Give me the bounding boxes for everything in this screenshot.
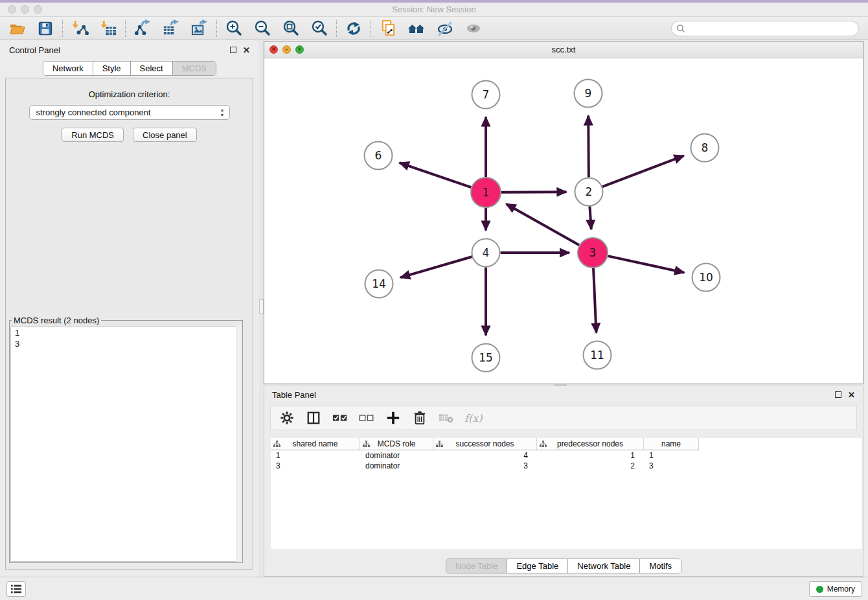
- graph-edge-3-11[interactable]: [593, 268, 596, 333]
- column-header-name[interactable]: name: [644, 438, 699, 450]
- run-mcds-button[interactable]: Run MCDS: [62, 128, 124, 142]
- hide-selected-icon[interactable]: [436, 19, 454, 38]
- application-window: Session: New Session: [0, 0, 868, 600]
- cell-predecessor-nodes[interactable]: 2: [537, 461, 644, 471]
- control-panel-title: Control Panel: [9, 45, 60, 55]
- select-all-columns-icon[interactable]: [332, 410, 348, 426]
- graph-node-label: 15: [479, 351, 493, 364]
- graph-edge-2-8[interactable]: [602, 156, 684, 187]
- result-scrollbar[interactable]: [236, 325, 242, 562]
- table-row[interactable]: 1dominator411: [271, 450, 699, 461]
- graph-edge-3-10[interactable]: [608, 256, 684, 273]
- first-neighbors-icon[interactable]: [407, 19, 426, 38]
- table-header-row: shared nameMCDS rolesuccessor nodesprede…: [271, 438, 699, 450]
- delete-column-icon[interactable]: [411, 410, 428, 426]
- split-table-icon[interactable]: [305, 410, 322, 426]
- tab-select[interactable]: Select: [130, 62, 172, 75]
- export-image-icon[interactable]: [190, 19, 209, 38]
- settings-icon[interactable]: [279, 410, 295, 426]
- main-toolbar: [0, 17, 868, 40]
- save-session-icon[interactable]: [36, 19, 54, 38]
- cell-shared-name[interactable]: 3: [271, 461, 360, 471]
- open-session-icon[interactable]: [8, 19, 26, 38]
- graph-edge-1-2[interactable]: [501, 192, 567, 192]
- show-all-icon[interactable]: [464, 19, 483, 38]
- cell-predecessor-nodes[interactable]: 1: [537, 450, 644, 461]
- tab-style[interactable]: Style: [93, 62, 130, 75]
- control-panel: Control Panel ✕ NetworkStyleSelectMCDS O…: [0, 40, 259, 577]
- memory-button[interactable]: Memory: [809, 581, 862, 597]
- graph-node-label: 10: [699, 271, 713, 284]
- network-view-title: scc.txt: [264, 45, 863, 54]
- table-row[interactable]: 3dominator323: [271, 461, 699, 471]
- graph-edge-2-9[interactable]: [588, 115, 589, 177]
- table-body: 1dominator4113dominator323: [271, 450, 862, 471]
- tab-edge-table[interactable]: Edge Table: [507, 559, 567, 573]
- result-item[interactable]: 1: [11, 327, 241, 338]
- network-graph: 7968124314101511: [264, 58, 863, 384]
- column-header-successor-nodes[interactable]: successor nodes: [433, 438, 537, 450]
- criterion-select[interactable]: strongly connected component ▲▼: [29, 105, 230, 120]
- zoom-fit-icon[interactable]: [282, 19, 300, 38]
- tab-motifs[interactable]: Motifs: [639, 559, 681, 573]
- export-network-icon[interactable]: [133, 19, 152, 38]
- cell-shared-name[interactable]: 1: [271, 450, 360, 461]
- graph-edge-4-14[interactable]: [400, 257, 472, 277]
- graph-node-label: 7: [483, 88, 490, 101]
- export-table-icon[interactable]: [162, 19, 180, 38]
- graph-edge-3-1[interactable]: [506, 204, 579, 246]
- tab-mcds[interactable]: MCDS: [172, 62, 216, 75]
- column-header-shared-name[interactable]: shared name: [271, 438, 360, 450]
- optimization-criterion-label: Optimization criterion:: [6, 89, 253, 99]
- memory-status-icon: [816, 586, 823, 593]
- cell-mcds-role[interactable]: dominator: [360, 450, 433, 461]
- control-panel-tabs: NetworkStyleSelectMCDS: [43, 61, 216, 76]
- zoom-in-icon[interactable]: [225, 19, 243, 38]
- graph-node-label: 6: [375, 149, 382, 162]
- splitter-grip[interactable]: [259, 299, 264, 314]
- cell-successor-nodes[interactable]: 3: [433, 461, 537, 471]
- search-input[interactable]: [671, 21, 859, 36]
- mcds-result-group: MCDS result (2 nodes) 13: [9, 316, 243, 563]
- column-label: shared name: [292, 439, 337, 448]
- graph-node-label: 2: [586, 185, 593, 198]
- cell-name[interactable]: 1: [644, 450, 699, 461]
- vertical-splitter[interactable]: [259, 40, 264, 577]
- column-header-predecessor-nodes[interactable]: predecessor nodes: [537, 438, 644, 450]
- tab-network[interactable]: Network: [43, 62, 93, 75]
- criterion-value: strongly connected component: [36, 108, 151, 117]
- close-panel-button[interactable]: Close panel: [133, 128, 197, 142]
- column-label: predecessor nodes: [557, 439, 623, 448]
- search-icon: [676, 24, 685, 33]
- cell-name[interactable]: 3: [644, 461, 699, 471]
- function-builder-icon: f(x): [464, 412, 482, 424]
- zoom-selected-icon[interactable]: [310, 19, 328, 38]
- graph-node-label: 8: [702, 141, 709, 154]
- zoom-out-icon[interactable]: [253, 19, 271, 38]
- cell-mcds-role[interactable]: dominator: [360, 461, 433, 471]
- cell-successor-nodes[interactable]: 4: [433, 450, 537, 461]
- column-header-mcds-role[interactable]: MCDS role: [360, 438, 433, 450]
- close-panel-icon[interactable]: ✕: [243, 46, 250, 54]
- node-table: shared nameMCDS rolesuccessor nodesprede…: [271, 438, 862, 549]
- table-panel-title: Table Panel: [272, 390, 316, 400]
- status-bar: Memory: [0, 577, 868, 600]
- tab-network-table[interactable]: Network Table: [567, 559, 639, 573]
- graph-edge-1-6[interactable]: [400, 163, 472, 187]
- float-panel-icon[interactable]: [835, 391, 841, 398]
- tab-node-table[interactable]: Node Table: [446, 559, 507, 573]
- unselect-all-columns-icon[interactable]: [358, 410, 375, 426]
- result-item[interactable]: 3: [11, 338, 241, 349]
- attribute-type-icon: [363, 441, 370, 448]
- add-column-icon[interactable]: [385, 410, 402, 426]
- import-network-icon[interactable]: [71, 19, 89, 38]
- task-history-button[interactable]: [6, 581, 26, 597]
- graph-edge-2-3[interactable]: [589, 206, 591, 229]
- network-canvas[interactable]: 7968124314101511: [264, 58, 863, 384]
- clone-network-icon[interactable]: [379, 19, 397, 38]
- float-panel-icon[interactable]: [230, 47, 236, 53]
- import-table-icon[interactable]: [99, 19, 117, 38]
- refresh-view-icon[interactable]: [345, 19, 363, 38]
- graph-node-label: 9: [585, 87, 592, 100]
- close-panel-icon[interactable]: ✕: [848, 391, 855, 399]
